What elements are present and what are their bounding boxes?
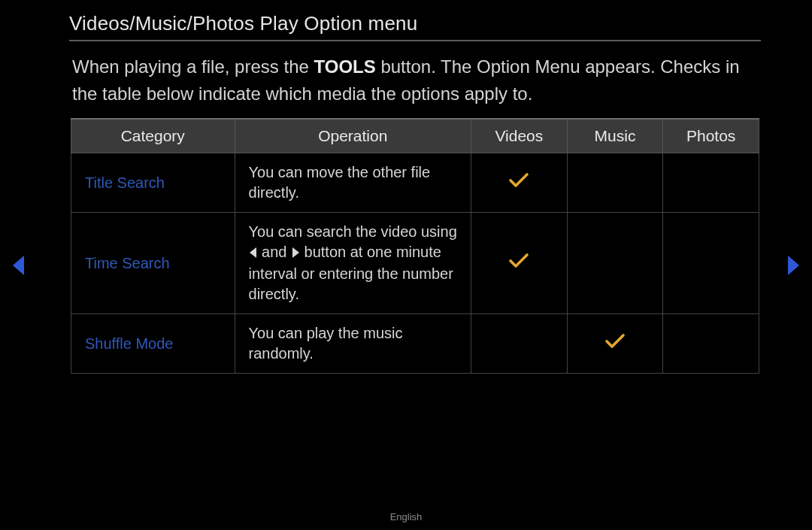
cell-operation: You can search the video using and butto… [235, 213, 471, 314]
svg-marker-2 [250, 247, 256, 258]
content-area: Videos/Music/Photos Play Option menu Whe… [69, 12, 761, 374]
triangle-right-icon [785, 254, 801, 277]
page-title: Videos/Music/Photos Play Option menu [69, 12, 761, 41]
cell-videos [471, 153, 568, 213]
table-row: Title SearchYou can move the other file … [71, 153, 759, 213]
th-videos: Videos [471, 119, 568, 153]
cell-category: Time Search [71, 213, 235, 314]
svg-marker-0 [13, 256, 24, 275]
svg-marker-1 [788, 256, 799, 275]
manual-page: Videos/Music/Photos Play Option menu Whe… [0, 0, 812, 530]
cell-music [567, 314, 663, 374]
intro-pre: When playing a file, press the [72, 56, 314, 77]
check-icon [508, 253, 529, 269]
cell-music [567, 213, 663, 314]
cell-operation: You can play the music randomly. [235, 314, 471, 374]
cell-videos [471, 213, 568, 314]
check-icon [508, 172, 529, 189]
table-row: Time SearchYou can search the video usin… [71, 213, 759, 314]
footer-language: English [0, 511, 812, 522]
cell-category: Title Search [71, 153, 235, 213]
th-operation: Operation [235, 119, 471, 153]
triangle-left-icon [249, 244, 258, 264]
th-photos: Photos [663, 119, 759, 153]
cell-photos [663, 213, 759, 314]
svg-marker-3 [292, 247, 299, 258]
intro-bold: TOOLS [314, 56, 376, 77]
op-pre: You can search the video using [249, 223, 457, 240]
check-icon [604, 333, 626, 350]
cell-operation: You can move the other file directly. [235, 153, 471, 213]
triangle-right-icon [291, 244, 300, 264]
table-row: Shuffle ModeYou can play the music rando… [71, 314, 759, 374]
cell-photos [663, 153, 759, 213]
th-music: Music [567, 119, 663, 153]
options-table: Category Operation Videos Music Photos T… [71, 118, 759, 374]
op-mid: and [258, 244, 291, 260]
next-page-button[interactable] [785, 254, 801, 277]
table-header-row: Category Operation Videos Music Photos [71, 119, 759, 153]
th-category: Category [71, 119, 235, 153]
cell-category: Shuffle Mode [71, 314, 235, 374]
cell-photos [663, 314, 759, 374]
cell-music [567, 153, 663, 213]
prev-page-button[interactable] [11, 254, 27, 277]
intro-paragraph: When playing a file, press the TOOLS but… [72, 53, 761, 108]
triangle-left-icon [11, 254, 27, 277]
table-body: Title SearchYou can move the other file … [71, 153, 759, 374]
cell-videos [471, 314, 568, 374]
